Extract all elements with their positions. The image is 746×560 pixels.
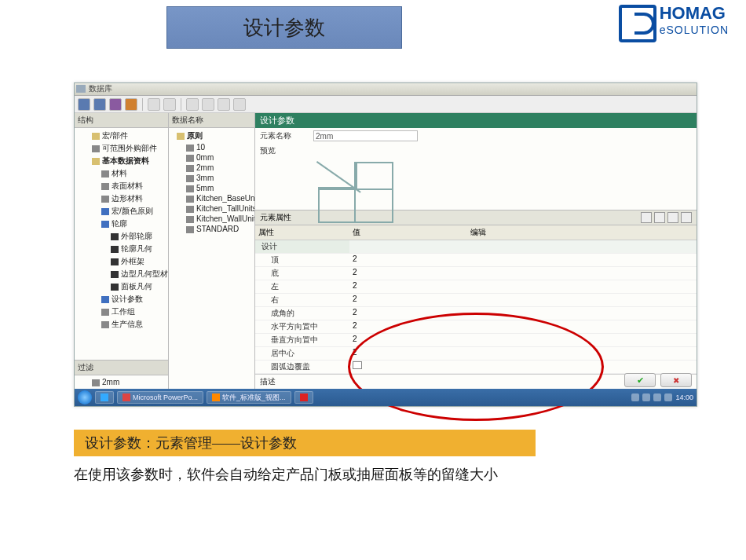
- names-list-item[interactable]: Kitchen_TallUnits: [169, 203, 254, 214]
- list-node-label: 10: [196, 143, 205, 152]
- structure-tree-item[interactable]: 基本数据资料: [75, 155, 168, 167]
- toolbar-save-icon[interactable]: [78, 98, 90, 111]
- props-row[interactable]: 顶2: [255, 254, 697, 267]
- toolbar-search-icon[interactable]: [218, 98, 230, 111]
- props-expand-icon[interactable]: [654, 212, 665, 223]
- tree-node-label: 边型凡何型材: [121, 269, 168, 278]
- props-more-icon[interactable]: [681, 212, 692, 223]
- props-row[interactable]: 成角的2: [255, 307, 697, 320]
- list-node-icon: [186, 206, 194, 213]
- toolbar-info-icon[interactable]: [148, 98, 160, 111]
- checkbox-icon[interactable]: [353, 361, 362, 369]
- taskbar-item[interactable]: [294, 391, 313, 404]
- system-tray[interactable]: 14:00: [631, 393, 693, 401]
- props-cell-name: 圆弧边覆盖: [255, 361, 349, 373]
- props-row[interactable]: 底2: [255, 267, 697, 280]
- ok-button[interactable]: [624, 373, 656, 387]
- tree-node-label: 宏/部件: [102, 131, 128, 140]
- structure-tree-item[interactable]: 轮廓凡何: [75, 243, 168, 255]
- tray-icon[interactable]: [664, 393, 672, 401]
- props-cell-edit: [467, 320, 697, 333]
- taskbar-item-label: Microsoft PowerPo...: [133, 393, 198, 401]
- props-cell-value[interactable]: [349, 361, 467, 373]
- props-row[interactable]: 水平方向置中2: [255, 320, 697, 334]
- props-cell-value[interactable]: 2: [349, 294, 467, 306]
- toolbar-redo-icon[interactable]: [202, 98, 214, 111]
- structure-tree-item[interactable]: 材料: [75, 167, 168, 180]
- names-header: 数据名称: [169, 113, 254, 128]
- start-button[interactable]: [78, 390, 92, 404]
- props-cell-value[interactable]: 2: [349, 334, 467, 346]
- props-row[interactable]: 左2: [255, 280, 697, 294]
- toolbar-db-icon[interactable]: [109, 98, 122, 111]
- structure-tree[interactable]: 宏/部件可范围外购部件基本数据资料材料表面材料边形材料宏/颜色原则轮廓外部轮廓轮…: [75, 128, 168, 360]
- structure-tree-item[interactable]: 外部轮廓: [75, 230, 168, 243]
- toolbar-open-icon[interactable]: [125, 98, 137, 111]
- names-list-item[interactable]: Kitchen_WallUnits: [169, 214, 254, 224]
- structure-tree-item[interactable]: 设计参数: [75, 293, 168, 306]
- window-titlebar[interactable]: 数据库: [75, 83, 697, 96]
- taskbar-item[interactable]: 软件_标准版_视图...: [207, 391, 291, 404]
- structure-tree-item[interactable]: 宏/部件: [75, 130, 168, 142]
- props-cell-value[interactable]: 2: [349, 267, 467, 280]
- structure-tree-item[interactable]: 生产信息: [75, 318, 168, 331]
- props-settings-icon[interactable]: [667, 212, 678, 223]
- structure-tree-item[interactable]: 外框架: [75, 255, 168, 268]
- preview-label: 预览: [255, 144, 697, 158]
- taskbar-item[interactable]: [95, 391, 114, 404]
- tree-node-label: 可范围外购部件: [102, 144, 157, 152]
- names-list-item[interactable]: STANDARD: [169, 224, 254, 234]
- names-list-item[interactable]: 0mm: [169, 152, 254, 163]
- props-row[interactable]: 垂直方向置中2: [255, 334, 697, 347]
- tree-node-icon: [101, 196, 109, 203]
- structure-tree-item[interactable]: 边形材料: [75, 192, 168, 205]
- props-cell-value[interactable]: 2: [349, 254, 467, 266]
- tree-node-label: 轮廓凡何: [121, 244, 152, 253]
- props-group-row[interactable]: 设计: [255, 240, 697, 254]
- tray-icon[interactable]: [642, 393, 650, 401]
- cancel-button[interactable]: [660, 373, 692, 387]
- props-collapse-icon[interactable]: [641, 212, 652, 223]
- structure-tree-item[interactable]: 工作组: [75, 306, 168, 318]
- names-list-item[interactable]: 原则: [169, 130, 254, 142]
- props-row[interactable]: 居中心2: [255, 347, 697, 361]
- names-list-item[interactable]: Kitchen_BaseUnits: [169, 193, 254, 203]
- props-row[interactable]: 右2: [255, 294, 697, 307]
- props-cell-value[interactable]: 2: [349, 280, 467, 293]
- toolbar-separator: [181, 98, 181, 111]
- tray-icon[interactable]: [653, 393, 661, 401]
- toolbar: [75, 96, 697, 113]
- toolbar-saveall-icon[interactable]: [93, 98, 106, 111]
- filter-item[interactable]: 2mm: [75, 377, 168, 387]
- list-node-label: 3mm: [196, 174, 214, 182]
- taskbar-item[interactable]: Microsoft PowerPo...: [117, 391, 203, 404]
- element-name-input[interactable]: [313, 130, 418, 141]
- names-list-item[interactable]: 2mm: [169, 163, 254, 173]
- props-cell-value[interactable]: [349, 240, 467, 253]
- structure-tree-item[interactable]: 可范围外购部件: [75, 142, 168, 155]
- tree-node-icon: [101, 183, 109, 190]
- structure-panel: 结构 宏/部件可范围外购部件基本数据资料材料表面材料边形材料宏/颜色原则轮廓外部…: [75, 113, 169, 389]
- list-node-label: Kitchen_BaseUnits: [196, 194, 254, 203]
- tray-icon[interactable]: [631, 393, 639, 401]
- structure-tree-item[interactable]: 表面材料: [75, 180, 168, 192]
- props-row[interactable]: 圆弧边覆盖: [255, 361, 697, 374]
- toolbar-help-icon[interactable]: [233, 98, 246, 111]
- structure-tree-item[interactable]: 边型凡何型材: [75, 268, 168, 280]
- names-list[interactable]: 原则100mm2mm3mm5mmKitchen_BaseUnitsKitchen…: [169, 128, 254, 389]
- props-cell-value[interactable]: 2: [349, 307, 467, 320]
- tree-node-label: 外框架: [121, 257, 144, 265]
- names-list-item[interactable]: 5mm: [169, 183, 254, 193]
- names-list-item[interactable]: 3mm: [169, 173, 254, 183]
- props-cell-name: 水平方向置中: [255, 320, 349, 333]
- list-node-label: 原则: [187, 131, 203, 140]
- toolbar-undo-icon[interactable]: [186, 98, 199, 111]
- props-cell-value[interactable]: 2: [349, 347, 467, 360]
- structure-tree-item[interactable]: 宏/颜色原则: [75, 205, 168, 218]
- names-list-item[interactable]: 10: [169, 142, 254, 152]
- props-cell-value[interactable]: 2: [349, 320, 467, 333]
- structure-tree-item[interactable]: 轮廓: [75, 218, 168, 230]
- toolbar-refresh-icon[interactable]: [163, 98, 176, 111]
- tree-node-label: 生产信息: [112, 320, 143, 328]
- structure-tree-item[interactable]: 面板凡何: [75, 280, 168, 293]
